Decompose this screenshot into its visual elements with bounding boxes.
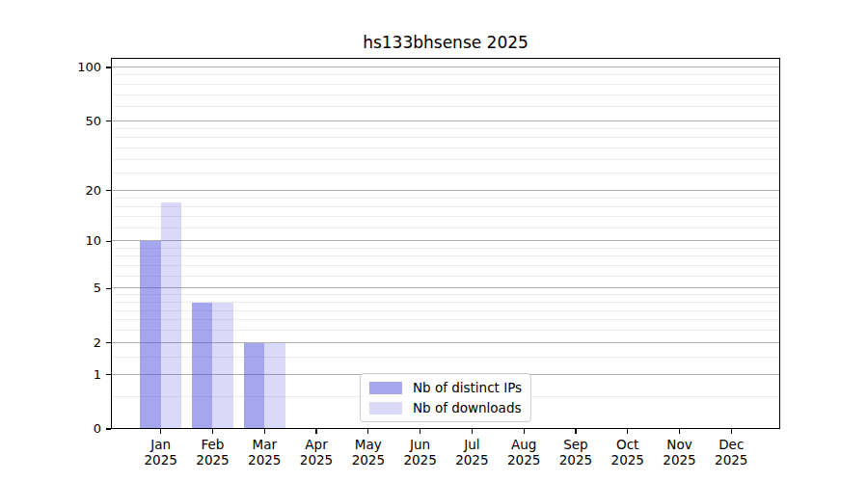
x-tick-mark-jul (472, 429, 473, 434)
x-tick-month: May (352, 437, 385, 452)
x-tick-month: Jul (455, 437, 488, 452)
x-tick-mark-jun (420, 429, 420, 434)
x-tick-mark-apr (315, 429, 316, 434)
gridline-y-minor-9 (111, 248, 780, 249)
x-tick-mark-jan (160, 429, 161, 434)
legend-label-distinct-ips: Nb of distinct IPs (413, 381, 522, 394)
y-tick-label-20: 20 (85, 184, 101, 197)
x-tick-label-feb: Feb2025 (196, 437, 229, 468)
chart-title: hs133bhsense 2025 (111, 33, 780, 52)
x-tick-mark-feb (212, 429, 213, 434)
x-tick-label-apr: Apr2025 (300, 437, 333, 468)
y-tick-mark-1 (106, 374, 111, 375)
gridline-y-minor-35 (111, 147, 780, 148)
gridline-y-100 (111, 67, 780, 67)
bar-distinct-ips-jan (140, 241, 161, 429)
x-tick-month: Dec (715, 437, 747, 452)
y-tick-mark-10 (106, 241, 111, 242)
x-tick-year: 2025 (611, 452, 644, 468)
x-tick-mark-aug (524, 429, 525, 434)
x-tick-mark-oct (627, 429, 628, 434)
x-tick-month: Mar (248, 437, 281, 452)
x-tick-year: 2025 (455, 452, 488, 468)
x-tick-label-dec: Dec2025 (715, 437, 747, 468)
gridline-y-minor-16 (111, 206, 780, 207)
x-tick-year: 2025 (403, 452, 436, 468)
x-tick-year: 2025 (715, 452, 747, 468)
x-tick-year: 2025 (663, 452, 695, 468)
x-tick-mark-nov (679, 429, 680, 434)
gridline-y-minor-4.5 (111, 294, 780, 295)
x-tick-month: Nov (663, 437, 695, 452)
y-tick-mark-0 (106, 428, 111, 429)
bar-downloads-jan (161, 202, 182, 429)
gridline-y-minor-6 (111, 276, 780, 277)
x-tick-label-jul: Jul2025 (455, 437, 488, 468)
gridline-y-5 (111, 287, 780, 288)
bar-distinct-ips-feb (192, 303, 213, 429)
legend-item-downloads: Nb of downloads (369, 401, 522, 415)
x-tick-year: 2025 (300, 452, 333, 468)
bar-distinct-ips-mar (244, 343, 265, 429)
bar-downloads-feb (212, 303, 233, 429)
y-tick-mark-20 (106, 190, 111, 191)
legend-item-distinct-ips: Nb of distinct IPs (369, 381, 522, 394)
gridline-y-minor-14 (111, 216, 780, 217)
x-tick-month: Apr (300, 437, 333, 452)
x-tick-label-nov: Nov2025 (663, 437, 695, 468)
x-tick-month: Oct (611, 437, 644, 452)
y-tick-mark-100 (106, 67, 111, 67)
gridline-y-minor-60 (111, 106, 780, 107)
x-tick-label-aug: Aug2025 (507, 437, 540, 468)
x-tick-month: Jun (403, 437, 436, 452)
x-tick-label-mar: Mar2025 (248, 437, 281, 468)
y-tick-label-0: 0 (94, 422, 101, 435)
x-tick-year: 2025 (352, 452, 385, 468)
legend-label-downloads: Nb of downloads (413, 401, 522, 415)
y-tick-label-1: 1 (94, 368, 101, 381)
x-tick-label-may: May2025 (352, 437, 385, 468)
x-tick-mark-may (367, 429, 368, 434)
y-tick-label-5: 5 (94, 282, 101, 295)
gridline-y-20 (111, 190, 780, 191)
x-tick-label-jun: Jun2025 (403, 437, 436, 468)
gridline-y-10 (111, 240, 780, 241)
y-tick-mark-5 (106, 288, 111, 289)
chart-figure: hs133bhsense 2025 Nb of distinct IPs Nb … (0, 0, 868, 482)
gridline-y-minor-45 (111, 128, 780, 129)
x-tick-label-oct: Oct2025 (611, 437, 644, 468)
gridline-y-minor-7 (111, 265, 780, 266)
y-tick-mark-2 (106, 342, 111, 343)
gridline-y-50 (111, 120, 780, 121)
x-tick-month: Feb (196, 437, 229, 452)
plot-area: Nb of distinct IPs Nb of downloads 01251… (111, 58, 780, 429)
x-tick-mark-mar (264, 429, 265, 434)
x-tick-year: 2025 (559, 452, 592, 468)
gridline-y-minor-40 (111, 137, 780, 138)
gridline-y-minor-8 (111, 255, 780, 256)
legend-swatch-distinct-ips (369, 382, 402, 394)
gridline-y-minor-80 (111, 84, 780, 85)
x-tick-mark-sep (575, 429, 576, 434)
x-tick-mark-dec (731, 429, 732, 434)
y-tick-label-50: 50 (85, 115, 101, 127)
gridline-y-minor-90 (111, 74, 780, 75)
x-tick-year: 2025 (507, 452, 540, 468)
x-tick-month: Jan (145, 437, 177, 452)
x-tick-year: 2025 (196, 452, 229, 468)
gridline-y-minor-25 (111, 173, 780, 174)
legend-swatch-downloads (369, 402, 402, 415)
x-tick-month: Aug (507, 437, 540, 452)
x-tick-label-sep: Sep2025 (559, 437, 592, 468)
gridline-y-minor-30 (111, 159, 780, 160)
y-tick-label-100: 100 (77, 61, 101, 73)
gridline-y-minor-12 (111, 228, 780, 228)
legend: Nb of distinct IPs Nb of downloads (360, 373, 531, 422)
gridline-y-minor-70 (111, 94, 780, 95)
bar-downloads-mar (264, 343, 285, 429)
y-tick-label-10: 10 (85, 234, 101, 247)
y-tick-label-2: 2 (94, 336, 101, 349)
x-tick-year: 2025 (248, 452, 281, 468)
gridline-y-minor-18 (111, 198, 780, 199)
x-tick-year: 2025 (145, 452, 177, 468)
